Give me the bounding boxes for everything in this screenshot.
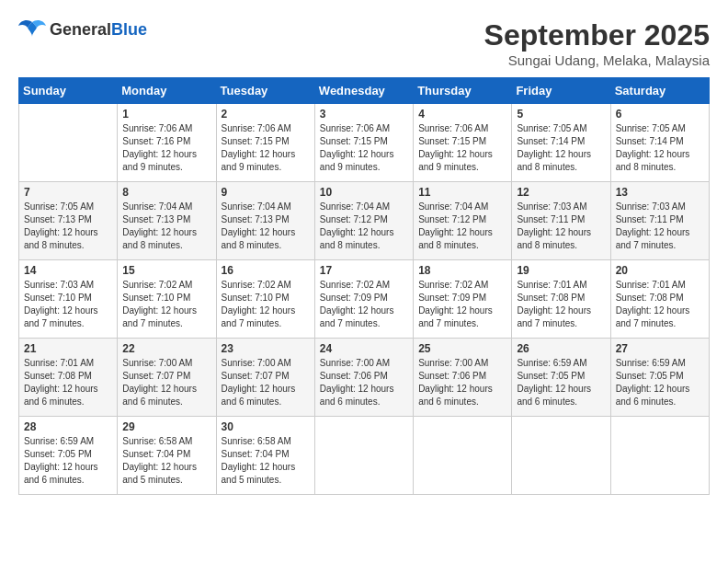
calendar-cell [414, 417, 512, 495]
calendar-cell: 16Sunrise: 7:02 AM Sunset: 7:10 PM Dayli… [216, 260, 314, 339]
day-number: 6 [616, 108, 704, 121]
cell-sun-info: Sunrise: 7:04 AM Sunset: 7:13 PM Dayligh… [122, 201, 210, 252]
cell-sun-info: Sunrise: 6:59 AM Sunset: 7:05 PM Dayligh… [517, 357, 605, 408]
day-number: 5 [517, 108, 605, 121]
day-number: 9 [222, 186, 310, 199]
cell-sun-info: Sunrise: 6:58 AM Sunset: 7:04 PM Dayligh… [222, 435, 310, 487]
day-number: 22 [122, 342, 210, 355]
day-number: 30 [222, 420, 310, 433]
day-number: 8 [122, 186, 210, 199]
cell-sun-info: Sunrise: 7:00 AM Sunset: 7:06 PM Dayligh… [418, 357, 506, 408]
calendar-cell: 9Sunrise: 7:04 AM Sunset: 7:13 PM Daylig… [216, 182, 314, 260]
calendar-cell: 12Sunrise: 7:03 AM Sunset: 7:11 PM Dayli… [512, 182, 610, 260]
calendar-cell: 17Sunrise: 7:02 AM Sunset: 7:09 PM Dayli… [314, 260, 413, 339]
calendar-cell: 27Sunrise: 6:59 AM Sunset: 7:05 PM Dayli… [610, 339, 709, 417]
calendar-cell: 30Sunrise: 6:58 AM Sunset: 7:04 PM Dayli… [216, 417, 314, 495]
logo: GeneralBlue [18, 18, 147, 40]
calendar-cell: 26Sunrise: 6:59 AM Sunset: 7:05 PM Dayli… [512, 339, 610, 417]
calendar-cell: 6Sunrise: 7:05 AM Sunset: 7:14 PM Daylig… [610, 104, 709, 182]
calendar-cell: 21Sunrise: 7:01 AM Sunset: 7:08 PM Dayli… [19, 339, 118, 417]
calendar-cell: 11Sunrise: 7:04 AM Sunset: 7:12 PM Dayli… [414, 182, 512, 260]
day-number: 2 [222, 108, 310, 121]
cell-sun-info: Sunrise: 7:05 AM Sunset: 7:13 PM Dayligh… [24, 201, 112, 252]
logo-general: General [50, 20, 111, 39]
column-header-tuesday: Tuesday [216, 78, 314, 104]
calendar-header-row: SundayMondayTuesdayWednesdayThursdayFrid… [19, 78, 710, 104]
day-number: 17 [320, 264, 408, 277]
cell-sun-info: Sunrise: 7:06 AM Sunset: 7:15 PM Dayligh… [320, 122, 408, 174]
cell-sun-info: Sunrise: 7:01 AM Sunset: 7:08 PM Dayligh… [616, 279, 704, 330]
calendar-cell: 18Sunrise: 7:02 AM Sunset: 7:09 PM Dayli… [414, 260, 512, 339]
cell-sun-info: Sunrise: 7:00 AM Sunset: 7:06 PM Dayligh… [320, 357, 408, 408]
day-number: 21 [24, 342, 112, 355]
cell-sun-info: Sunrise: 7:02 AM Sunset: 7:10 PM Dayligh… [222, 279, 310, 330]
calendar-cell: 14Sunrise: 7:03 AM Sunset: 7:10 PM Dayli… [19, 260, 118, 339]
calendar-cell: 4Sunrise: 7:06 AM Sunset: 7:15 PM Daylig… [414, 104, 512, 182]
calendar-cell: 1Sunrise: 7:06 AM Sunset: 7:16 PM Daylig… [118, 104, 216, 182]
day-number: 14 [24, 264, 112, 277]
column-header-thursday: Thursday [414, 78, 512, 104]
cell-sun-info: Sunrise: 7:04 AM Sunset: 7:12 PM Dayligh… [418, 201, 506, 252]
day-number: 24 [320, 342, 408, 355]
calendar-cell [19, 104, 118, 182]
logo-text: GeneralBlue [50, 20, 147, 40]
calendar-cell [610, 417, 709, 495]
cell-sun-info: Sunrise: 7:03 AM Sunset: 7:11 PM Dayligh… [616, 201, 704, 252]
calendar-cell: 2Sunrise: 7:06 AM Sunset: 7:15 PM Daylig… [216, 104, 314, 182]
column-header-friday: Friday [512, 78, 610, 104]
day-number: 26 [517, 342, 605, 355]
calendar-cell: 3Sunrise: 7:06 AM Sunset: 7:15 PM Daylig… [314, 104, 413, 182]
cell-sun-info: Sunrise: 7:06 AM Sunset: 7:15 PM Dayligh… [418, 122, 506, 174]
day-number: 13 [616, 186, 704, 199]
calendar-cell: 24Sunrise: 7:00 AM Sunset: 7:06 PM Dayli… [314, 339, 413, 417]
day-number: 7 [24, 186, 112, 199]
calendar-cell: 22Sunrise: 7:00 AM Sunset: 7:07 PM Dayli… [118, 339, 216, 417]
calendar-body: 1Sunrise: 7:06 AM Sunset: 7:16 PM Daylig… [19, 104, 710, 495]
column-header-saturday: Saturday [610, 78, 709, 104]
day-number: 27 [616, 342, 704, 355]
cell-sun-info: Sunrise: 7:04 AM Sunset: 7:13 PM Dayligh… [222, 201, 310, 252]
day-number: 28 [24, 420, 112, 433]
calendar-cell: 23Sunrise: 7:00 AM Sunset: 7:07 PM Dayli… [216, 339, 314, 417]
day-number: 18 [418, 264, 506, 277]
day-number: 3 [320, 108, 408, 121]
cell-sun-info: Sunrise: 7:00 AM Sunset: 7:07 PM Dayligh… [122, 357, 210, 408]
week-row-1: 1Sunrise: 7:06 AM Sunset: 7:16 PM Daylig… [19, 104, 710, 182]
calendar-table: SundayMondayTuesdayWednesdayThursdayFrid… [18, 77, 710, 495]
cell-sun-info: Sunrise: 6:59 AM Sunset: 7:05 PM Dayligh… [24, 435, 112, 487]
week-row-3: 14Sunrise: 7:03 AM Sunset: 7:10 PM Dayli… [19, 260, 710, 339]
calendar-cell: 13Sunrise: 7:03 AM Sunset: 7:11 PM Dayli… [610, 182, 709, 260]
day-number: 12 [517, 186, 605, 199]
calendar-cell: 20Sunrise: 7:01 AM Sunset: 7:08 PM Dayli… [610, 260, 709, 339]
page-header: GeneralBlue September 2025 Sungai Udang,… [18, 18, 710, 68]
cell-sun-info: Sunrise: 7:05 AM Sunset: 7:14 PM Dayligh… [517, 122, 605, 174]
cell-sun-info: Sunrise: 7:03 AM Sunset: 7:11 PM Dayligh… [517, 201, 605, 252]
calendar-cell: 7Sunrise: 7:05 AM Sunset: 7:13 PM Daylig… [19, 182, 118, 260]
calendar-cell: 25Sunrise: 7:00 AM Sunset: 7:06 PM Dayli… [414, 339, 512, 417]
calendar-cell: 19Sunrise: 7:01 AM Sunset: 7:08 PM Dayli… [512, 260, 610, 339]
column-header-sunday: Sunday [19, 78, 118, 104]
cell-sun-info: Sunrise: 6:59 AM Sunset: 7:05 PM Dayligh… [616, 357, 704, 408]
day-number: 11 [418, 186, 506, 199]
cell-sun-info: Sunrise: 7:00 AM Sunset: 7:07 PM Dayligh… [222, 357, 310, 408]
cell-sun-info: Sunrise: 6:58 AM Sunset: 7:04 PM Dayligh… [122, 435, 210, 487]
day-number: 29 [122, 420, 210, 433]
day-number: 15 [122, 264, 210, 277]
day-number: 16 [222, 264, 310, 277]
day-number: 25 [418, 342, 506, 355]
cell-sun-info: Sunrise: 7:02 AM Sunset: 7:09 PM Dayligh… [320, 279, 408, 330]
day-number: 1 [122, 108, 210, 121]
calendar-cell: 10Sunrise: 7:04 AM Sunset: 7:12 PM Dayli… [314, 182, 413, 260]
calendar-cell [314, 417, 413, 495]
cell-sun-info: Sunrise: 7:04 AM Sunset: 7:12 PM Dayligh… [320, 201, 408, 252]
cell-sun-info: Sunrise: 7:03 AM Sunset: 7:10 PM Dayligh… [24, 279, 112, 330]
calendar-cell: 5Sunrise: 7:05 AM Sunset: 7:14 PM Daylig… [512, 104, 610, 182]
column-header-monday: Monday [118, 78, 216, 104]
week-row-2: 7Sunrise: 7:05 AM Sunset: 7:13 PM Daylig… [19, 182, 710, 260]
day-number: 19 [517, 264, 605, 277]
calendar-cell: 15Sunrise: 7:02 AM Sunset: 7:10 PM Dayli… [118, 260, 216, 339]
day-number: 4 [418, 108, 506, 121]
column-header-wednesday: Wednesday [314, 78, 413, 104]
cell-sun-info: Sunrise: 7:06 AM Sunset: 7:16 PM Dayligh… [122, 122, 210, 174]
location-subtitle: Sungai Udang, Melaka, Malaysia [484, 52, 710, 68]
